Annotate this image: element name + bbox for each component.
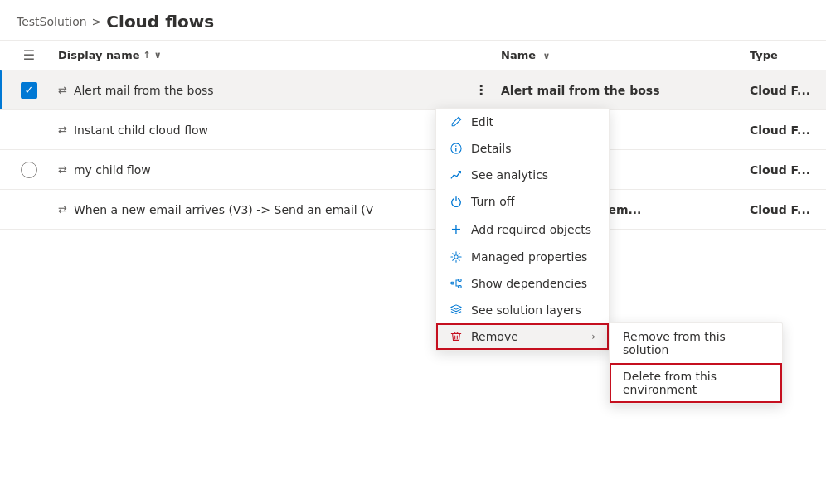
menu-item-managed[interactable]: Managed properties [436, 244, 609, 270]
menu-item-add-required[interactable]: + Add required objects [436, 215, 609, 244]
table-body: ✓ ⇄ Alert mail from the boss ⋮ Alert mai… [0, 70, 826, 230]
breadcrumb-separator: > [92, 15, 102, 28]
name-label: Name [501, 49, 536, 61]
menu-add-required-label: Add required objects [471, 223, 595, 236]
svg-rect-1 [455, 148, 456, 151]
row-display-name-1: Alert mail from the boss [74, 84, 214, 97]
row-menu-button-1[interactable]: ⋮ [468, 82, 494, 98]
checkbox-empty[interactable] [21, 162, 37, 178]
breadcrumb-current: Cloud flows [106, 12, 214, 32]
col-type-header: Type [743, 49, 826, 61]
submenu-item-remove-solution[interactable]: Remove from this solution [610, 323, 782, 363]
header: TestSolution > Cloud flows [0, 0, 826, 41]
table-row[interactable]: ✓ ⇄ Alert mail from the boss ⋮ Alert mai… [0, 70, 826, 110]
row-type-4: Cloud F... [743, 203, 826, 216]
table-row[interactable]: ⇄ When a new email arrives (V3) -> Send … [0, 190, 826, 230]
menu-details-label: Details [471, 142, 595, 155]
menu-item-analytics[interactable]: See analytics [436, 162, 609, 188]
row-display-4: ⇄ When a new email arrives (V3) -> Send … [58, 203, 494, 216]
dependencies-icon [449, 278, 463, 289]
menu-turnoff-label: Turn off [471, 195, 595, 208]
row-check-3[interactable] [0, 162, 58, 178]
svg-rect-6 [459, 286, 462, 288]
menu-item-remove[interactable]: Remove › Remove from this solution Delet… [436, 323, 609, 350]
submenu-item-delete-env[interactable]: Delete from this environment [610, 363, 782, 403]
menu-managed-label: Managed properties [471, 250, 595, 264]
sort-desc-icon[interactable]: ∨ [154, 50, 162, 61]
details-icon [449, 143, 463, 154]
flow-icon-1: ⇄ [58, 84, 67, 96]
row-display-2: ⇄ Instant child cloud flow [58, 124, 494, 137]
turnoff-icon [449, 196, 463, 207]
add-icon: + [449, 221, 463, 237]
table-row[interactable]: ⇄ my child flow Cloud F... [0, 150, 826, 190]
display-name-label: Display name [58, 49, 140, 61]
menu-analytics-label: See analytics [471, 168, 595, 182]
submenu-remove: Remove from this solution Delete from th… [609, 322, 783, 404]
menu-remove-label: Remove [471, 330, 583, 343]
gear-icon [449, 251, 463, 263]
delete-env-label: Delete from this environment [623, 370, 769, 396]
menu-solution-layers-label: See solution layers [471, 303, 595, 317]
checkbox-filled[interactable]: ✓ [21, 82, 37, 99]
menu-dependencies-label: Show dependencies [471, 277, 595, 290]
row-display-3: ⇄ my child flow [58, 163, 494, 177]
menu-item-details[interactable]: Details [436, 135, 609, 162]
flow-icon-2: ⇄ [58, 124, 67, 136]
menu-item-turnoff[interactable]: Turn off [436, 188, 609, 215]
col-name-header[interactable]: Name ∨ [494, 49, 743, 61]
breadcrumb-parent[interactable]: TestSolution [17, 15, 87, 28]
col-check-header: ☰ [0, 47, 58, 63]
selected-border [0, 70, 2, 109]
row-type-1: Cloud F... [743, 84, 826, 97]
row-name-1: Alert mail from the boss [494, 84, 743, 97]
svg-rect-4 [451, 282, 454, 284]
remove-solution-label: Remove from this solution [623, 330, 769, 356]
layers-icon [449, 304, 463, 316]
row-check-1[interactable]: ✓ [0, 82, 58, 99]
flow-icon-4: ⇄ [58, 203, 67, 216]
col-display-name-header[interactable]: Display name ↑ ∨ [58, 49, 494, 61]
svg-point-3 [454, 255, 458, 259]
header-list-icon[interactable]: ☰ [16, 47, 42, 63]
breadcrumb: TestSolution > Cloud flows [17, 12, 809, 32]
flow-icon-3: ⇄ [58, 163, 67, 176]
row-display-name-2: Instant child cloud flow [74, 124, 208, 137]
type-label: Type [750, 49, 778, 61]
table-row[interactable]: ⇄ Instant child cloud flow Cloud F... [0, 110, 826, 150]
trash-icon [449, 331, 463, 342]
row-display-1: ⇄ Alert mail from the boss [58, 84, 468, 97]
row-type-2: Cloud F... [743, 124, 826, 137]
row-display-name-3: my child flow [74, 163, 151, 177]
submenu-arrow-icon: › [591, 331, 595, 342]
analytics-icon [449, 169, 463, 181]
table-header: ☰ Display name ↑ ∨ Name ∨ Type [0, 41, 826, 70]
edit-icon [449, 116, 463, 128]
svg-rect-5 [459, 279, 462, 282]
context-menu: Edit Details See analytics Turn [435, 108, 610, 351]
menu-edit-label: Edit [471, 115, 595, 128]
sort-asc-icon[interactable]: ↑ [143, 50, 151, 61]
menu-item-solution-layers[interactable]: See solution layers [436, 297, 609, 323]
name-sort-icon[interactable]: ∨ [543, 51, 551, 61]
row-type-3: Cloud F... [743, 163, 826, 177]
menu-item-dependencies[interactable]: Show dependencies [436, 270, 609, 297]
svg-rect-2 [455, 146, 456, 147]
row-display-name-4: When a new email arrives (V3) -> Send an… [74, 203, 373, 216]
menu-item-edit[interactable]: Edit [436, 109, 609, 135]
